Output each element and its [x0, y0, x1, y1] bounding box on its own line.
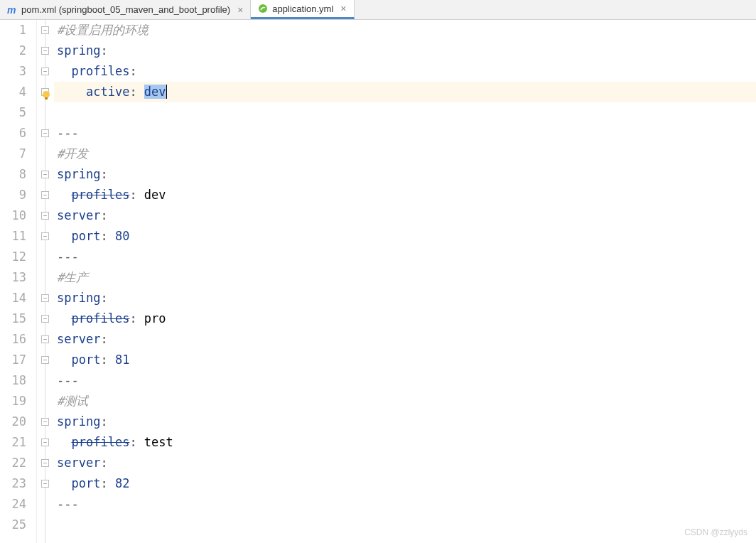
- code-token: :: [129, 64, 136, 78]
- intention-bulb-icon[interactable]: [41, 86, 51, 96]
- code-line[interactable]: [54, 515, 756, 535]
- tab-application-yml[interactable]: application.yml ×: [251, 0, 354, 19]
- line-number: 11: [0, 226, 26, 247]
- line-number: 20: [0, 412, 26, 432]
- fold-toggle-icon[interactable]: −: [41, 191, 49, 199]
- fold-toggle-icon[interactable]: −: [41, 418, 49, 426]
- fold-toggle-icon[interactable]: −: [41, 232, 49, 240]
- code-token: spring: [57, 167, 100, 181]
- code-line[interactable]: #生产: [54, 267, 756, 288]
- code-token: :: [100, 229, 114, 243]
- code-token: #生产: [57, 270, 88, 284]
- code-line[interactable]: active: dev: [54, 82, 756, 102]
- code-line[interactable]: spring:: [54, 164, 756, 185]
- tab-label: pom.xml (springboot_05_maven_and_boot_pr…: [21, 4, 230, 15]
- code-line[interactable]: server:: [54, 453, 756, 473]
- code-token: :: [100, 414, 107, 429]
- svg-text:m: m: [7, 5, 16, 15]
- line-number: 3: [0, 61, 26, 82]
- fold-toggle-icon[interactable]: −: [41, 356, 49, 364]
- code-line[interactable]: #开发: [54, 144, 756, 164]
- code-line[interactable]: profiles: dev: [54, 185, 756, 205]
- tab-pom-xml[interactable]: m pom.xml (springboot_05_maven_and_boot_…: [0, 0, 251, 19]
- text-caret: [166, 85, 167, 99]
- code-token: profiles: [71, 188, 129, 202]
- code-token: [57, 435, 71, 449]
- code-token: :: [129, 188, 144, 202]
- line-number: 16: [0, 329, 26, 350]
- code-token: :: [129, 85, 144, 99]
- code-line[interactable]: ---: [54, 123, 756, 144]
- fold-toggle-icon[interactable]: −: [41, 315, 49, 323]
- line-number-gutter: 1234567891011121314151617181920212223242…: [0, 20, 37, 543]
- code-line[interactable]: port: 81: [54, 350, 756, 370]
- fold-toggle-icon[interactable]: −: [41, 335, 49, 343]
- code-line[interactable]: spring:: [54, 41, 756, 61]
- code-token: :: [100, 353, 114, 367]
- line-number: 5: [0, 102, 26, 123]
- fold-toggle-icon[interactable]: −: [41, 294, 49, 302]
- code-line[interactable]: ---: [54, 370, 756, 391]
- code-line[interactable]: profiles:: [54, 61, 756, 82]
- code-token: spring: [57, 291, 100, 305]
- code-token: 81: [115, 353, 129, 367]
- close-icon[interactable]: ×: [237, 4, 243, 16]
- code-token: profiles: [71, 64, 129, 78]
- code-line[interactable]: server:: [54, 205, 756, 226]
- code-token: [57, 85, 86, 99]
- code-line[interactable]: spring:: [54, 288, 756, 308]
- line-number: 21: [0, 432, 26, 453]
- maven-icon: m: [7, 5, 17, 15]
- code-line[interactable]: profiles: pro: [54, 308, 756, 329]
- code-token: port: [71, 229, 100, 243]
- close-icon[interactable]: ×: [340, 3, 346, 14]
- fold-toggle-icon[interactable]: −: [41, 480, 49, 488]
- code-line[interactable]: spring:: [54, 412, 756, 432]
- code-line[interactable]: profiles: test: [54, 432, 756, 453]
- code-token: dev: [144, 85, 166, 99]
- watermark: CSDN @zzlyyds: [684, 527, 747, 537]
- fold-toggle-icon[interactable]: −: [41, 26, 49, 34]
- code-token: ---: [57, 249, 79, 264]
- line-number: 18: [0, 370, 26, 391]
- fold-toggle-icon[interactable]: −: [41, 459, 49, 467]
- code-line[interactable]: #测试: [54, 391, 756, 412]
- code-line[interactable]: port: 82: [54, 473, 756, 494]
- code-line[interactable]: port: 80: [54, 226, 756, 247]
- line-number: 15: [0, 308, 26, 329]
- code-token: [57, 476, 71, 490]
- code-token: pro: [144, 311, 166, 326]
- code-line[interactable]: [54, 102, 756, 123]
- code-line[interactable]: ---: [54, 494, 756, 515]
- line-number: 4: [0, 82, 26, 102]
- fold-toggle-icon[interactable]: −: [41, 47, 49, 55]
- line-number: 14: [0, 288, 26, 308]
- fold-toggle-icon[interactable]: −: [41, 212, 49, 220]
- code-token: server: [57, 208, 100, 222]
- code-token: :: [100, 456, 107, 470]
- code-token: [57, 311, 71, 326]
- line-number: 8: [0, 164, 26, 185]
- code-token: port: [71, 476, 100, 490]
- line-number: 9: [0, 185, 26, 205]
- code-token: active: [86, 85, 129, 99]
- code-line[interactable]: server:: [54, 329, 756, 350]
- fold-toggle-icon[interactable]: −: [41, 129, 49, 137]
- line-number: 12: [0, 247, 26, 267]
- code-token: :: [100, 476, 114, 490]
- code-token: ---: [57, 497, 79, 511]
- code-content[interactable]: 默认环境 #设置启用的环境spring: profiles: active: d…: [54, 20, 756, 543]
- code-token: 80: [115, 229, 129, 243]
- code-token: :: [100, 291, 107, 305]
- code-token: :: [129, 311, 144, 326]
- code-line[interactable]: ---: [54, 247, 756, 267]
- code-token: profiles: [71, 435, 129, 449]
- line-number: 17: [0, 350, 26, 370]
- fold-toggle-icon[interactable]: −: [41, 439, 49, 446]
- line-number: 24: [0, 494, 26, 515]
- fold-toggle-icon[interactable]: −: [41, 68, 49, 75]
- code-line[interactable]: #设置启用的环境: [54, 20, 756, 41]
- fold-toggle-icon[interactable]: −: [41, 171, 49, 178]
- svg-rect-3: [45, 97, 48, 100]
- line-number: 7: [0, 144, 26, 164]
